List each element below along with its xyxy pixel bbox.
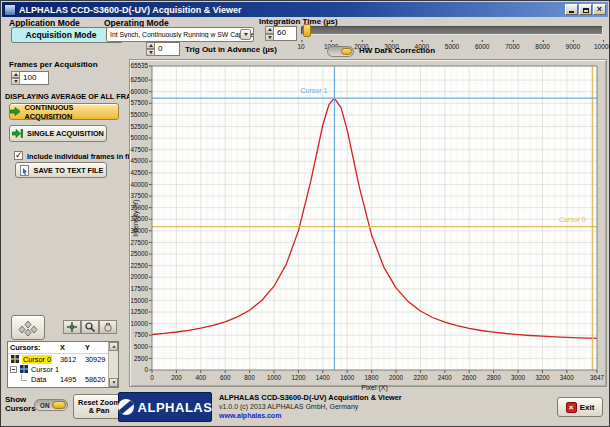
cursor-row-1[interactable]: Cursor 1 (8, 364, 109, 374)
integration-time-value[interactable]: 60 (274, 26, 297, 41)
svg-text:42500: 42500 (130, 169, 148, 176)
svg-text:50000: 50000 (130, 134, 148, 141)
svg-text:2500: 2500 (134, 355, 149, 362)
svg-text:2400: 2400 (438, 374, 453, 381)
svg-text:0: 0 (150, 374, 154, 381)
scroll-up-icon[interactable] (109, 342, 118, 351)
svg-text:1000: 1000 (267, 374, 282, 381)
cursor-row-data[interactable]: Data 1495 58620 (8, 374, 109, 384)
graph-navigation-button[interactable] (11, 315, 45, 340)
step-arrow-icon (12, 129, 23, 138)
svg-text:Pixel (X): Pixel (X) (361, 384, 387, 392)
save-to-text-file-label: SAVE TO TEXT FILE (34, 166, 104, 175)
svg-text:12500: 12500 (130, 308, 148, 315)
spinner-down-icon[interactable] (265, 34, 274, 42)
close-button[interactable]: × (593, 4, 606, 15)
diamond-icon (17, 320, 39, 336)
svg-text:Intensity (Y): Intensity (Y) (132, 199, 140, 236)
svg-text:400: 400 (196, 374, 207, 381)
spinner-up-icon[interactable] (265, 26, 274, 34)
slider-knob-icon[interactable] (303, 24, 311, 37)
exit-label: Exit (580, 403, 595, 412)
frames-per-acquisition-value[interactable]: 100 (20, 71, 49, 85)
exit-button[interactable]: × Exit (557, 397, 603, 417)
svg-text:3200: 3200 (535, 374, 550, 381)
trig-out-value[interactable]: 0 (155, 42, 180, 56)
zoom-tool-icon (85, 322, 95, 332)
spinner-down-icon[interactable] (146, 49, 155, 56)
app-window: ALPHALAS CCD-S3600-D(-UV) Acquisition & … (0, 0, 610, 427)
save-to-text-file-button[interactable]: SAVE TO TEXT FILE (15, 162, 107, 178)
svg-text:27500: 27500 (130, 239, 148, 246)
maximize-icon (583, 8, 589, 13)
svg-text:17500: 17500 (130, 285, 148, 292)
cursor-marker-icon (20, 365, 28, 373)
cursor-y-value: 58620 (85, 375, 105, 384)
svg-text:52500: 52500 (130, 123, 148, 130)
include-frames-checkbox[interactable]: ✓ (14, 151, 23, 160)
cursor-row-label[interactable]: Cursor 1 (31, 365, 59, 374)
svg-text:2000: 2000 (389, 374, 404, 381)
svg-text:1800: 1800 (365, 374, 380, 381)
svg-text:Cursor 1: Cursor 1 (301, 87, 328, 94)
slider-track[interactable] (301, 26, 603, 35)
operating-mode-value: Int Synch, Continuously Running w SW Cap… (107, 31, 253, 38)
spinner-up-icon[interactable] (146, 42, 155, 49)
show-cursors-label: Show Cursors (5, 395, 33, 413)
operating-mode-dropdown[interactable]: Int Synch, Continuously Running w SW Cap… (106, 27, 254, 42)
footer-info: ALPHALAS CCD-S3600-D(-UV) Acquisition & … (219, 393, 402, 420)
toggle-knob-icon (341, 48, 352, 55)
svg-text:47500: 47500 (130, 146, 148, 153)
save-file-icon (19, 165, 30, 176)
minimize-button[interactable] (565, 4, 578, 15)
close-red-icon: × (566, 402, 577, 413)
cursor-table-scrollbar[interactable] (108, 342, 118, 387)
show-cursors-toggle[interactable]: ON (34, 399, 68, 411)
cursor-row-0[interactable]: Cursor 0 3612 30929 (8, 354, 109, 364)
display-average-note: DISPLAYING AVERAGE OF ALL FRAMES (5, 92, 147, 101)
cursor-tool-button[interactable] (63, 320, 81, 334)
pan-hand-icon (103, 322, 113, 332)
frames-per-acquisition-spinner[interactable]: 100 (11, 71, 49, 85)
spinner-up-icon[interactable] (11, 71, 20, 78)
svg-text:65535: 65535 (130, 62, 148, 69)
spinner-down-icon[interactable] (11, 78, 20, 85)
hw-dark-correction-toggle[interactable] (327, 46, 354, 57)
svg-text:3000: 3000 (511, 374, 526, 381)
trig-out-spinner[interactable]: 0 (146, 42, 180, 56)
svg-text:3400: 3400 (560, 374, 575, 381)
tree-branch-icon (21, 374, 27, 381)
integration-time-spinner[interactable]: 60 (265, 26, 297, 41)
svg-text:800: 800 (244, 374, 255, 381)
svg-text:40000: 40000 (130, 181, 148, 188)
maximize-button[interactable] (579, 4, 592, 15)
hw-dark-correction-label: HW Dark Correction (359, 46, 435, 55)
svg-text:600: 600 (220, 374, 231, 381)
svg-text:57500: 57500 (130, 99, 148, 106)
continuous-acquisition-button[interactable]: CONTINUOUS ACQUISITION (9, 103, 119, 120)
svg-text:22500: 22500 (130, 262, 148, 269)
app-icon (4, 4, 16, 16)
cursor-marker-icon (11, 355, 19, 363)
cursor-table-header: Cursors: X Y (8, 342, 109, 354)
window-title: ALPHALAS CCD-S3600-D(-UV) Acquisition & … (19, 5, 565, 15)
svg-text:25000: 25000 (130, 250, 148, 257)
svg-text:37500: 37500 (130, 192, 148, 199)
single-acquisition-button[interactable]: SINGLE ACQUISITION (9, 125, 107, 142)
footer-version: v1.0.0 (c) 2013 ALPHALAS GmbH, Germany (219, 402, 402, 411)
play-arrow-icon (10, 107, 20, 116)
footer-website-link[interactable]: www.alphalas.com (219, 411, 402, 420)
scroll-down-icon[interactable] (109, 378, 118, 387)
zoom-tool-button[interactable] (81, 320, 99, 334)
svg-text:10000: 10000 (130, 320, 148, 327)
svg-text:20000: 20000 (130, 273, 148, 280)
intensity-plot[interactable]: 0250050007500100001250015000175002000022… (130, 60, 608, 390)
tree-collapse-icon[interactable] (10, 366, 17, 373)
toggle-on-label: ON (40, 402, 49, 409)
svg-text:Cursor 0: Cursor 0 (559, 216, 586, 223)
svg-text:1200: 1200 (291, 374, 306, 381)
chevron-down-icon[interactable] (240, 29, 251, 40)
title-bar[interactable]: ALPHALAS CCD-S3600-D(-UV) Acquisition & … (2, 2, 608, 17)
cursor-row-label[interactable]: Cursor 0 (22, 355, 52, 364)
pan-tool-button[interactable] (99, 320, 117, 334)
